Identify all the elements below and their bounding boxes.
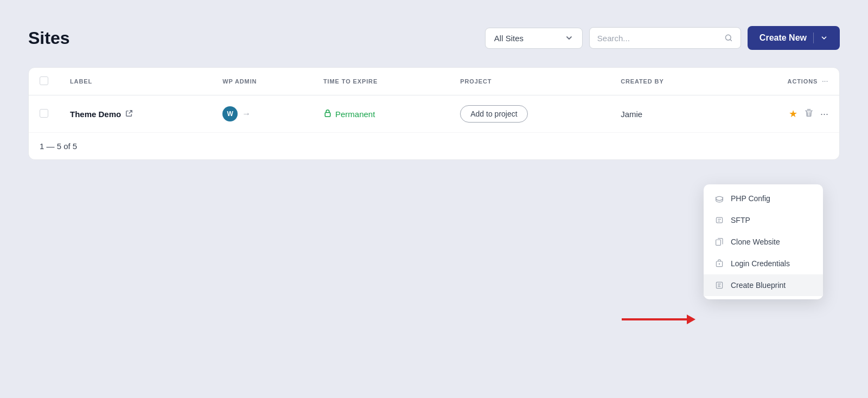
add-to-project-button[interactable]: Add to project <box>460 105 527 123</box>
dropdown-item-php-config[interactable]: PHP Config <box>704 188 823 209</box>
wp-logo-icon: W <box>222 106 238 121</box>
external-link-icon[interactable] <box>125 110 133 119</box>
dropdown-item-sftp[interactable]: SFTP <box>704 209 823 231</box>
sftp-icon <box>714 215 724 225</box>
dropdown-item-login-label: Login Credentials <box>731 259 790 268</box>
arrow-annotation <box>622 314 695 324</box>
actions-dropdown-menu: PHP Config SFTP Clone We <box>704 184 823 299</box>
table-container: LABEL WP ADMIN TIME TO EXPIRE PROJECT CR… <box>28 67 840 160</box>
btn-divider <box>813 33 814 43</box>
svg-rect-1 <box>325 112 330 117</box>
sites-table: LABEL WP ADMIN TIME TO EXPIRE PROJECT CR… <box>29 68 839 159</box>
row-wp-admin-cell: W → <box>212 95 312 133</box>
svg-rect-4 <box>716 240 721 245</box>
search-input[interactable] <box>597 34 720 43</box>
dropdown-item-php-config-label: PHP Config <box>731 194 770 203</box>
actions-more-icon[interactable]: ··· <box>822 78 828 85</box>
credentials-icon <box>714 259 724 268</box>
table-row: Theme Demo W → <box>29 95 839 133</box>
create-new-button[interactable]: Create New <box>748 26 840 50</box>
col-time-to-expire: TIME TO EXPIRE <box>312 68 449 95</box>
select-all-checkbox[interactable] <box>40 76 48 85</box>
row-project-cell: Add to project <box>449 95 610 133</box>
svg-rect-3 <box>716 217 722 223</box>
blueprint-icon <box>714 280 724 290</box>
pagination-row: 1 — 5 of 5 <box>29 133 839 160</box>
delete-icon[interactable] <box>804 108 814 120</box>
row-actions-cell: ★ ··· <box>726 95 839 133</box>
row-checkbox-cell <box>29 95 59 133</box>
create-new-label: Create New <box>760 33 807 43</box>
search-box <box>589 27 741 49</box>
filter-dropdown[interactable]: All Sites <box>485 28 583 49</box>
chevron-down-icon <box>565 34 573 42</box>
dropdown-item-blueprint-label: Create Blueprint <box>731 281 786 290</box>
row-created-by-cell: Jamie <box>610 95 726 133</box>
dropdown-item-create-blueprint[interactable]: Create Blueprint <box>704 274 823 296</box>
dropdown-item-clone-website[interactable]: Clone Website <box>704 231 823 253</box>
filter-label: All Sites <box>494 34 524 43</box>
favorite-icon[interactable]: ★ <box>789 108 797 120</box>
col-actions: ACTIONS ··· <box>726 68 839 95</box>
created-by-value: Jamie <box>621 110 642 119</box>
more-actions-icon[interactable]: ··· <box>820 108 828 120</box>
col-label: LABEL <box>59 68 212 95</box>
page-title: Sites <box>28 28 69 48</box>
row-label-cell: Theme Demo <box>59 95 212 133</box>
clone-icon <box>714 237 724 247</box>
dropdown-item-sftp-label: SFTP <box>731 216 750 224</box>
svg-point-6 <box>719 264 720 265</box>
time-expire-value: Permanent <box>335 110 375 119</box>
col-wp-admin: WP ADMIN <box>212 68 312 95</box>
chevron-down-icon <box>820 34 828 42</box>
lock-icon <box>323 108 332 120</box>
arrow-right-icon: → <box>242 109 251 119</box>
row-time-expire-cell: Permanent <box>312 95 449 133</box>
site-label-text: Theme Demo <box>70 110 121 119</box>
dropdown-item-clone-label: Clone Website <box>731 237 780 246</box>
row-checkbox[interactable] <box>40 109 48 118</box>
col-project: PROJECT <box>449 68 610 95</box>
dropdown-item-login-credentials[interactable]: Login Credentials <box>704 253 823 274</box>
select-all-header <box>29 68 59 95</box>
col-created-by: CREATED BY <box>610 68 726 95</box>
php-config-icon <box>714 194 724 203</box>
pagination-text: 1 — 5 of 5 <box>29 133 839 160</box>
search-icon <box>724 33 733 43</box>
